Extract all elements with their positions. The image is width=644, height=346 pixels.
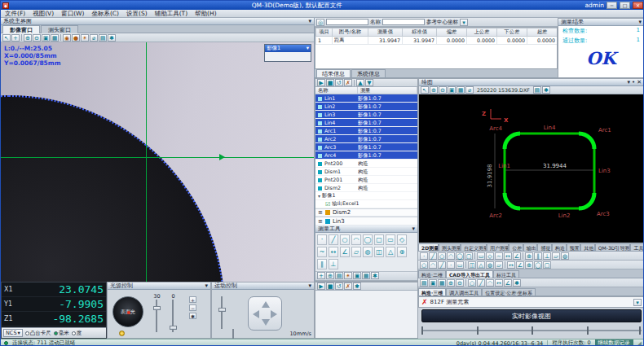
rb2-dist-icon[interactable]: ↔	[507, 261, 515, 269]
measure-icon[interactable]: ⌀	[90, 34, 98, 42]
rb2-rect-icon[interactable]: ▭	[456, 261, 464, 269]
search-icon[interactable]: ◎	[316, 19, 324, 26]
tool-distance-icon[interactable]: ↔	[329, 247, 338, 257]
cad-zoom-in-icon[interactable]: ⊕	[430, 86, 438, 94]
rb2-cyl-icon[interactable]: ◫	[468, 261, 476, 269]
tool-point-icon[interactable]: ·	[317, 234, 327, 245]
list-item[interactable]: Dism1构造	[315, 168, 417, 176]
list-item[interactable]: Pnt201构造	[315, 176, 417, 184]
option-deg[interactable]: 度	[72, 330, 82, 337]
runner-dropdown-icon[interactable]: ▾	[633, 299, 642, 306]
rb-dist-icon[interactable]: ↔	[504, 252, 512, 260]
filter-dropdown-icon[interactable]: ▾	[460, 19, 468, 26]
cad-fit-icon[interactable]: ▣	[448, 86, 456, 94]
jog-left-icon[interactable]	[253, 310, 259, 318]
menu-settings[interactable]: 设置(S)	[126, 10, 148, 18]
rb3-grid-icon[interactable]: ▦	[438, 279, 446, 287]
drag-handle-icon[interactable]: ≡	[318, 218, 323, 225]
settings-icon[interactable]: ✱	[108, 34, 116, 42]
light-slider-2[interactable]	[170, 300, 177, 332]
menu-file[interactable]: 文件(F)	[5, 10, 25, 18]
rb3-angle-icon[interactable]: ∠	[504, 279, 512, 287]
camera-icon[interactable]: ▤	[99, 34, 107, 42]
rb3-circle-icon[interactable]: ○	[468, 279, 476, 287]
tool-circle-icon[interactable]: ○	[340, 234, 350, 245]
tab-construct-2d[interactable]: 构造·二维	[418, 270, 446, 278]
grid2-icon[interactable]: ▦	[362, 272, 370, 279]
rb3-dist-icon[interactable]: ↔	[495, 279, 503, 287]
menu-tools[interactable]: 辅助工具(T)	[155, 10, 187, 18]
program-runner-row[interactable]: ✗ 812F 测量元素 ▾	[418, 296, 644, 308]
tool-curve-icon[interactable]: ~	[317, 247, 327, 257]
tools-panel-menu-icon[interactable]: ▾	[412, 226, 415, 232]
rb2-origin-icon[interactable]: ⊕	[525, 261, 533, 269]
live-view-bar[interactable]: 实时影像视图	[421, 309, 642, 322]
jog-right-icon[interactable]	[271, 310, 277, 318]
tab-import-export[interactable]: 调入调出工具	[446, 288, 482, 296]
tab-tools[interactable]: 工具	[630, 243, 644, 252]
record-toggle-button[interactable]: 继续数据记录	[595, 339, 633, 346]
cad-export-icon[interactable]: ▤	[533, 86, 541, 94]
tab-result-info[interactable]: 结果信息	[316, 69, 351, 77]
light-increase-button[interactable]: +	[189, 296, 196, 303]
maximize-button[interactable]: □	[620, 2, 630, 9]
construct-icon[interactable]: ⊕	[326, 272, 334, 279]
rb-point-icon[interactable]: ·	[420, 252, 428, 260]
rb-rect-icon[interactable]: ▭	[477, 252, 485, 260]
tab-output[interactable]: 输出	[523, 243, 538, 252]
tool-cylinder-icon[interactable]: ◫	[374, 247, 384, 257]
rb-circle-icon[interactable]: ○	[438, 252, 446, 260]
rb2-plane-icon[interactable]: ▱	[495, 261, 503, 269]
option-mm[interactable]: 毫米	[54, 330, 69, 337]
tool-parallel-icon[interactable]: ∥	[317, 259, 327, 269]
aux-settings-icon[interactable]: ✱	[353, 282, 361, 290]
expander-icon[interactable]: ▾	[318, 193, 320, 199]
tab-tolerance[interactable]: 公差	[509, 243, 523, 252]
rb-origin-icon[interactable]: ⊕	[525, 252, 533, 260]
tool-perpendicular-icon[interactable]: ⊥	[329, 259, 338, 269]
list-item[interactable]: Lin3影像1:0.7	[315, 111, 417, 119]
record-icon[interactable]: ●	[72, 34, 80, 42]
checkbox-icon[interactable]: ☑	[325, 201, 330, 208]
rb-sphere-icon[interactable]: ◍	[561, 252, 569, 260]
rb-curve-icon[interactable]: ~	[495, 252, 503, 260]
tool-polygon-icon[interactable]: ◇	[397, 234, 407, 245]
tab-user-measure[interactable]: 用户测量	[487, 243, 509, 252]
list-item[interactable]: Arc2影像1:0.7	[315, 135, 417, 143]
rb2-ellipse-icon[interactable]: ◯	[534, 261, 542, 269]
rb-ellipse-icon[interactable]: ◯	[456, 252, 464, 260]
option-caliper[interactable]: 凸台卡尺	[25, 330, 51, 337]
list-item[interactable]: Arc4影像1:0.7	[315, 151, 417, 160]
rb2-arc-icon[interactable]: ◠	[429, 261, 437, 269]
aux-stop-icon[interactable]: ■	[326, 282, 334, 290]
tool-slot-icon[interactable]: ▢	[374, 234, 384, 245]
result-panel-menu-icon[interactable]: ▾	[638, 19, 642, 25]
light-icon[interactable]: ☀	[81, 34, 89, 42]
program-step[interactable]: ≡ Dism2	[315, 208, 417, 217]
tab-custom-measure[interactable]: 自定义测量	[461, 243, 487, 252]
output-excel-icon[interactable]: ▤	[335, 272, 343, 279]
timeline-slider[interactable]	[421, 325, 642, 335]
minimize-button[interactable]: ─	[607, 2, 617, 9]
refresh-icon[interactable]: ↺	[335, 79, 343, 86]
tool-sphere-icon[interactable]: ◍	[363, 247, 373, 257]
tool-origin-icon[interactable]: ⊕	[397, 247, 407, 257]
tab-other[interactable]: 其他	[580, 243, 595, 252]
light-ring-control[interactable]: 表面光	[112, 296, 143, 327]
menu-view[interactable]: 视图(V)	[33, 10, 54, 18]
motion-panel-menu-icon[interactable]: ▾	[308, 282, 311, 289]
coordinate-system-select[interactable]: NCS▾	[3, 329, 23, 337]
capture-icon[interactable]: ◉	[63, 34, 71, 42]
table-row[interactable]: 1 距离 31.9947 31.9947 0.0000 0.0000 0.000…	[316, 37, 558, 45]
group-child-node[interactable]: ☑ 输出Excel1	[315, 200, 417, 208]
rb2-cone-icon[interactable]: △	[477, 261, 485, 269]
snap-icon[interactable]: +	[317, 272, 325, 279]
cursor-icon[interactable]: ↖	[2, 34, 11, 42]
tab-cad-import-export[interactable]: CAD导入导出工具	[446, 270, 493, 278]
cad-cursor-icon[interactable]: ↖	[421, 86, 429, 94]
name-filter-input[interactable]	[382, 19, 425, 25]
list-item[interactable]: Arc1影像1:0.7	[315, 127, 417, 135]
fit-view-icon[interactable]: ▣	[42, 34, 50, 42]
tool-cone-icon[interactable]: △	[386, 247, 395, 257]
camera-selector-body[interactable]	[265, 52, 311, 61]
